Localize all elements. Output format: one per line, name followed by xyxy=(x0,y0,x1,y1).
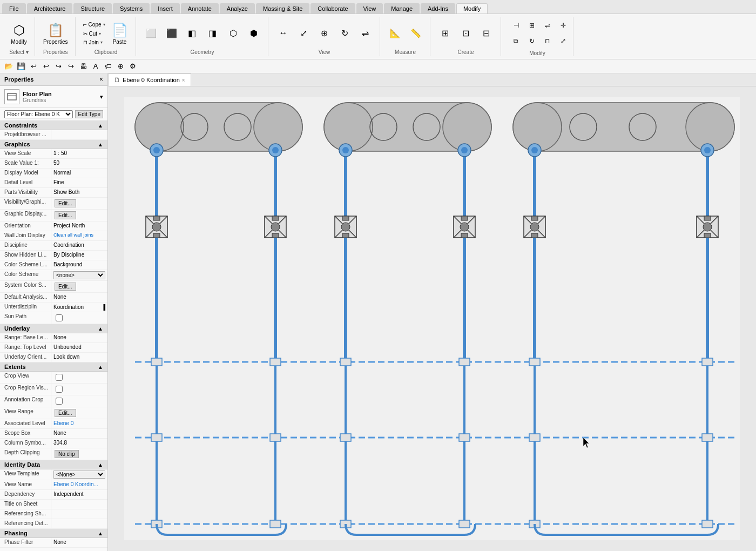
geometry-btn2[interactable]: ⬛ xyxy=(162,25,181,41)
qa-undo2-btn[interactable]: ↩ xyxy=(40,61,51,72)
view-btn4[interactable]: ↻ xyxy=(335,25,355,41)
view-btn3[interactable]: ⊕ xyxy=(315,25,334,41)
tab-file[interactable]: File xyxy=(2,3,26,14)
tab-architecture[interactable]: Architecture xyxy=(27,3,73,14)
join-button[interactable]: ⊓ Join ▾ xyxy=(81,38,107,46)
system-color-edit-btn[interactable]: Edit... xyxy=(55,283,76,291)
tab-insert[interactable]: Insert xyxy=(151,3,180,14)
extents-toggle: ▲ xyxy=(98,364,103,370)
tab-structure[interactable]: Structure xyxy=(73,3,112,14)
geometry-icon4: ◨ xyxy=(206,26,219,39)
visibility-value: Edit... xyxy=(51,198,107,209)
ribbon-group-clipboard: ⌐ Cope ▾ ✂ Cut ▾ ⊓ Join ▾ xyxy=(77,17,136,56)
tab-modify[interactable]: Modify xyxy=(456,3,488,14)
depth-clipping-btn[interactable]: No clip xyxy=(55,450,79,458)
drawing-canvas[interactable] xyxy=(108,86,756,551)
qa-redo-btn[interactable]: ↪ xyxy=(53,61,64,72)
view-btn1[interactable]: ↔ xyxy=(274,25,293,41)
qa-tag-btn[interactable]: 🏷 xyxy=(103,61,113,72)
tab-addins[interactable]: Add-Ins xyxy=(421,3,455,14)
view-btn5[interactable]: ⇌ xyxy=(356,25,375,41)
crop-view-row: Crop View xyxy=(0,372,107,384)
visibility-edit-btn[interactable]: Edit... xyxy=(55,199,76,207)
scale-btn[interactable]: ⤢ xyxy=(554,34,573,49)
view-btn2[interactable]: ⤢ xyxy=(294,25,314,41)
annotation-crop-checkbox[interactable] xyxy=(56,398,63,405)
geometry-btn3[interactable]: ◧ xyxy=(183,25,202,41)
extents-header[interactable]: Extents ▲ xyxy=(0,362,107,372)
create-btn2[interactable]: ⊡ xyxy=(456,25,476,41)
geometry-btn5[interactable]: ⬡ xyxy=(224,25,243,41)
qa-print-btn[interactable]: 🖶 xyxy=(78,61,89,72)
svg-rect-35 xyxy=(342,216,349,220)
wall-join-value: Clean all wall joins xyxy=(51,231,107,240)
type-sub: Grundriss xyxy=(23,97,52,103)
constraints-header[interactable]: Constraints ▲ xyxy=(0,121,107,130)
show-hidden-label: Show Hidden Li... xyxy=(0,251,51,260)
measure-btn2[interactable]: 📏 xyxy=(406,25,426,41)
graphics-header[interactable]: Graphics ▲ xyxy=(0,140,107,149)
detail-level-value: Fine xyxy=(51,178,107,187)
phasing-header[interactable]: Phasing ▲ xyxy=(0,529,107,538)
svg-rect-54 xyxy=(704,233,711,238)
join-label: Join xyxy=(89,39,99,45)
graphic-display-edit-btn[interactable]: Edit... xyxy=(55,211,76,219)
projektbrowser-input[interactable] xyxy=(53,131,105,137)
dependency-value: Independent xyxy=(51,490,107,499)
qa-text-btn[interactable]: A xyxy=(90,61,101,72)
properties-close-btn[interactable]: × xyxy=(99,76,103,83)
unterdisziplin-label: Unterdisziplin xyxy=(0,303,51,312)
qa-measure-btn[interactable]: ⊕ xyxy=(115,61,126,72)
color-scheme-label: Color Scheme xyxy=(0,270,51,280)
dependency-label: Dependency xyxy=(0,490,51,499)
tab-annotate[interactable]: Annotate xyxy=(181,3,219,14)
dependency-row: Dependency Independent xyxy=(0,490,107,500)
column-symbo-row: Column Symbo... 304.8 xyxy=(0,439,107,448)
valve-t3-right xyxy=(697,216,718,238)
cope-button[interactable]: ⌐ Cope ▾ xyxy=(81,19,107,29)
view-scale-label: View Scale xyxy=(0,149,51,158)
view-template-select[interactable]: <None> xyxy=(53,471,105,479)
color-scheme-select[interactable]: <none> xyxy=(53,271,105,279)
edit-type-btn[interactable]: Edit Type xyxy=(75,110,103,118)
geometry-btn4[interactable]: ◨ xyxy=(203,25,222,41)
tab-analyze[interactable]: Analyze xyxy=(220,3,255,14)
quick-access-toolbar: 📂 💾 ↩ ↩ ↪ ↪ 🖶 A 🏷 ⊕ ⚙ xyxy=(0,59,756,73)
measure-group-label: Measure xyxy=(395,48,416,55)
type-dropdown-arrow[interactable]: ▾ xyxy=(100,93,103,100)
svg-rect-53 xyxy=(704,216,711,220)
select-label: Modify xyxy=(11,39,26,45)
geometry-btn1[interactable]: ⬜ xyxy=(141,25,161,41)
tab-systems[interactable]: Systems xyxy=(113,3,150,14)
floor-plan-selector[interactable]: Floor Plan: Ebene 0 K xyxy=(4,110,73,118)
measure-btn1[interactable]: 📐 xyxy=(386,25,405,41)
crop-region-checkbox[interactable] xyxy=(56,386,63,393)
move-btn[interactable]: ✛ xyxy=(554,18,573,33)
create-btn1[interactable]: ⊞ xyxy=(436,25,455,41)
qa-settings-btn[interactable]: ⚙ xyxy=(127,61,138,72)
select-button[interactable]: ⬡ Modify xyxy=(8,20,30,46)
view-range-edit-btn[interactable]: Edit... xyxy=(55,409,76,417)
identity-data-header[interactable]: Identity Data ▲ xyxy=(0,460,107,469)
canvas-tab-close[interactable]: × xyxy=(182,77,185,83)
properties-button[interactable]: 📋 Properties xyxy=(40,20,71,46)
qa-open-btn[interactable]: 📂 xyxy=(3,61,14,72)
cut-button[interactable]: ✂ Cut ▾ xyxy=(81,30,107,38)
create-btn3[interactable]: ⊟ xyxy=(477,25,496,41)
qa-undo-btn[interactable]: ↩ xyxy=(28,61,39,72)
underlay-header[interactable]: Underlay ▲ xyxy=(0,324,107,333)
conn-t3r-upper xyxy=(702,358,713,366)
tab-massing[interactable]: Massing & Site xyxy=(256,3,309,14)
tab-collaborate[interactable]: Collaborate xyxy=(310,3,355,14)
geometry-btn6[interactable]: ⬢ xyxy=(244,25,264,41)
crop-view-checkbox[interactable] xyxy=(56,374,63,381)
column-symbo-value: 304.8 xyxy=(51,439,107,448)
tab-view[interactable]: View xyxy=(356,3,383,14)
sun-path-checkbox[interactable] xyxy=(56,314,63,321)
paste-button[interactable]: 📄 Paste xyxy=(109,20,131,46)
tab-manage[interactable]: Manage xyxy=(384,3,420,14)
qa-redo2-btn[interactable]: ↪ xyxy=(65,61,76,72)
canvas-tab-ebene[interactable]: 🗋 Ebene 0 Koordination × xyxy=(108,73,191,86)
qa-save-btn[interactable]: 💾 xyxy=(16,61,26,72)
flange-t3-right-inner xyxy=(704,147,711,153)
